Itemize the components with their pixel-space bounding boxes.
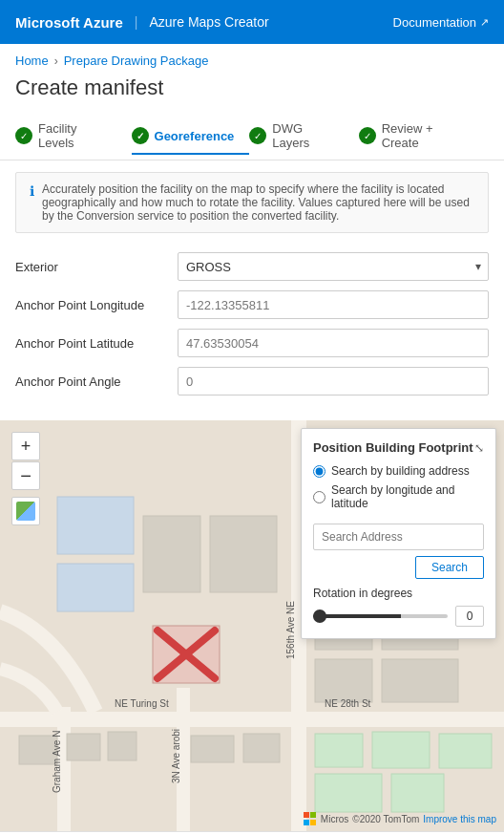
exterior-field-row: Exterior GROSS NET UNIT bbox=[15, 252, 489, 281]
zoom-out-button[interactable]: − bbox=[11, 461, 40, 490]
building-marker bbox=[148, 621, 224, 688]
search-button[interactable]: Search bbox=[415, 556, 484, 579]
map-layer-button[interactable] bbox=[11, 497, 40, 525]
anchor-lng-label: Anchor Point Longitude bbox=[15, 298, 178, 312]
external-link-icon: ↗ bbox=[480, 16, 489, 29]
svg-rect-10 bbox=[243, 734, 280, 762]
anchor-lng-field-row: Anchor Point Longitude bbox=[15, 290, 489, 319]
radio-latlng-row: Search by longitude and latitude bbox=[313, 483, 484, 510]
logo-q3 bbox=[304, 820, 309, 825]
anchor-lng-input[interactable] bbox=[178, 290, 489, 319]
zoom-in-button[interactable]: + bbox=[11, 432, 40, 460]
rotation-row: 0 bbox=[313, 606, 484, 627]
svg-rect-9 bbox=[191, 736, 234, 762]
logo-q2 bbox=[310, 812, 316, 818]
exterior-label: Exterior bbox=[15, 260, 178, 274]
svg-rect-8 bbox=[108, 732, 136, 760]
anchor-angle-input[interactable] bbox=[178, 367, 489, 396]
radio-address-row: Search by building address bbox=[313, 464, 484, 478]
rotation-slider[interactable] bbox=[313, 614, 448, 618]
step-facility-levels[interactable]: ✓ Facility Levels bbox=[15, 112, 132, 160]
step-georeference[interactable]: ✓ Georeference bbox=[132, 118, 250, 154]
info-text: Accurately position the facility on the … bbox=[42, 182, 474, 223]
svg-rect-1 bbox=[0, 712, 301, 727]
svg-text:156th Ave NE: 156th Ave NE bbox=[285, 601, 296, 659]
step-review-create[interactable]: ✓ Review + Create bbox=[359, 112, 489, 160]
svg-rect-22 bbox=[315, 659, 372, 702]
map-controls: + − bbox=[11, 432, 40, 525]
step-dwg-layers[interactable]: ✓ DWG Layers bbox=[249, 112, 358, 160]
svg-rect-23 bbox=[382, 659, 458, 702]
position-panel-title: Position Building Footprint bbox=[313, 440, 473, 455]
logo-q4 bbox=[310, 820, 316, 825]
anchor-lat-field-row: Anchor Point Latitude bbox=[15, 329, 489, 357]
step-label-facility: Facility Levels bbox=[38, 121, 116, 150]
step-label-dwg: DWG Layers bbox=[272, 121, 343, 150]
brand-name: Microsoft Azure bbox=[15, 14, 123, 31]
form-section: Exterior GROSS NET UNIT Anchor Point Lon… bbox=[0, 245, 504, 413]
step-label-review: Review + Create bbox=[382, 121, 473, 150]
step-check-review: ✓ bbox=[359, 127, 376, 144]
svg-text:NE 28th St: NE 28th St bbox=[325, 698, 371, 709]
step-label-geo: Georeference bbox=[155, 129, 235, 143]
svg-rect-12 bbox=[372, 732, 430, 768]
product-name: Azure Maps Creator bbox=[149, 14, 268, 30]
radio-address-label: Search by building address bbox=[331, 464, 470, 478]
svg-rect-7 bbox=[67, 734, 100, 760]
map-copyright: ©2020 TomTom bbox=[352, 814, 419, 824]
microsoft-text: Micros bbox=[321, 814, 348, 824]
collapse-icon[interactable]: ⤡ bbox=[474, 441, 484, 455]
steps-nav: ✓ Facility Levels ✓ Georeference ✓ DWG L… bbox=[0, 112, 504, 160]
step-check-geo: ✓ bbox=[132, 127, 149, 144]
breadcrumb-home[interactable]: Home bbox=[15, 53, 49, 68]
radio-address[interactable] bbox=[313, 465, 326, 478]
anchor-lat-label: Anchor Point Latitude bbox=[15, 336, 178, 351]
map-container[interactable]: NE Turing St NE 28th St 156th Ave NE 3N … bbox=[0, 420, 504, 831]
exterior-select-wrapper: GROSS NET UNIT bbox=[178, 252, 489, 281]
documentation-link[interactable]: Documentation ↗ bbox=[393, 15, 489, 30]
breadcrumb-current[interactable]: Prepare Drawing Package bbox=[64, 53, 209, 68]
top-navigation: Microsoft Azure | Azure Maps Creator Doc… bbox=[0, 0, 504, 44]
map-layer-icon bbox=[16, 502, 35, 521]
breadcrumb: Home › Prepare Drawing Package bbox=[0, 44, 504, 72]
nav-separator: | bbox=[135, 14, 138, 30]
position-panel-header: Position Building Footprint ⤡ bbox=[313, 440, 484, 455]
svg-text:3N Ave arobi: 3N Ave arobi bbox=[171, 729, 181, 783]
logo-q1 bbox=[304, 812, 309, 818]
svg-rect-25 bbox=[57, 564, 134, 611]
microsoft-logo bbox=[304, 812, 317, 825]
anchor-lat-input[interactable] bbox=[178, 329, 489, 357]
exterior-select[interactable]: GROSS NET UNIT bbox=[178, 252, 489, 281]
svg-rect-2 bbox=[291, 712, 504, 727]
svg-text:Graham Ave N: Graham Ave N bbox=[52, 731, 62, 793]
rotation-value: 0 bbox=[455, 606, 484, 627]
info-icon: ℹ bbox=[30, 183, 34, 223]
search-address-input[interactable] bbox=[313, 524, 484, 550]
svg-rect-26 bbox=[143, 516, 200, 592]
map-watermark: Micros©2020 TomTom Improve this map bbox=[304, 812, 496, 825]
svg-text:NE Turing St: NE Turing St bbox=[115, 698, 169, 709]
radio-latlng[interactable] bbox=[313, 491, 326, 503]
breadcrumb-separator: › bbox=[54, 54, 58, 68]
svg-rect-14 bbox=[315, 774, 382, 812]
svg-rect-27 bbox=[210, 516, 277, 592]
svg-rect-11 bbox=[315, 734, 363, 767]
step-check-dwg: ✓ bbox=[249, 127, 266, 144]
anchor-angle-label: Anchor Point Angle bbox=[15, 374, 178, 389]
rotation-label: Rotation in degrees bbox=[313, 587, 484, 600]
position-panel: Position Building Footprint ⤡ Search by … bbox=[301, 428, 496, 639]
anchor-angle-field-row: Anchor Point Angle bbox=[15, 367, 489, 396]
page-title: Create manifest bbox=[0, 72, 504, 112]
radio-latlng-label: Search by longitude and latitude bbox=[331, 483, 484, 510]
svg-rect-13 bbox=[439, 734, 492, 768]
rotation-section: Rotation in degrees 0 bbox=[313, 579, 484, 627]
svg-rect-15 bbox=[391, 774, 444, 812]
svg-rect-24 bbox=[57, 497, 134, 554]
step-check-facility: ✓ bbox=[15, 127, 32, 144]
info-box: ℹ Accurately position the facility on th… bbox=[15, 172, 489, 233]
improve-map-link[interactable]: Improve this map bbox=[423, 814, 496, 824]
